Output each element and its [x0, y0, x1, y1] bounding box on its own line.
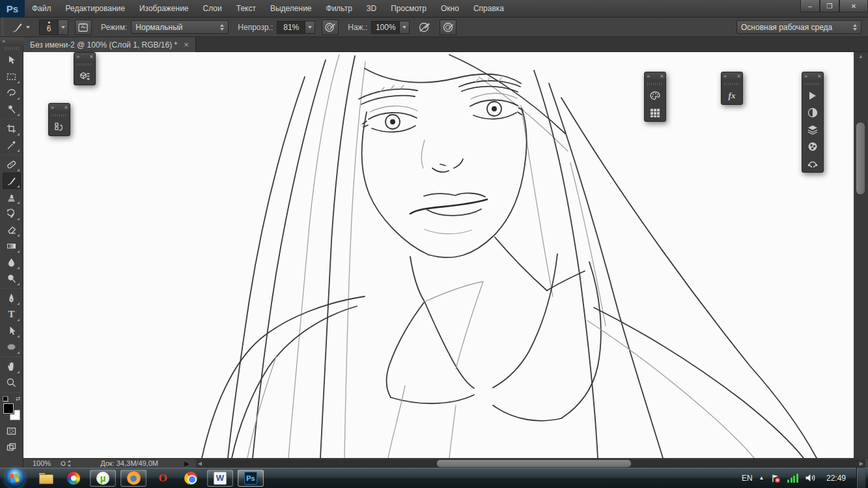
toolbar-grip[interactable]: [5, 47, 19, 50]
action-center-flag-icon[interactable]: [770, 473, 781, 483]
taskbar-utorrent-button[interactable]: µ: [90, 470, 116, 487]
color-panel-icon[interactable]: [645, 87, 665, 104]
blur-tool[interactable]: [3, 254, 21, 270]
language-indicator[interactable]: EN: [742, 474, 753, 483]
panel-expand-icon[interactable]: »: [51, 104, 54, 112]
ellipse-shape-tool[interactable]: [3, 339, 21, 355]
default-colors-icon[interactable]: [3, 396, 8, 402]
flow-dropdown[interactable]: [400, 21, 410, 34]
toolbar-collapse-icon[interactable]: »: [0, 37, 23, 46]
airbrush-button[interactable]: [440, 20, 456, 35]
menu-file[interactable]: Файл: [25, 0, 59, 18]
move-tool[interactable]: [3, 52, 21, 68]
menu-image[interactable]: Изображение: [132, 0, 196, 18]
start-button[interactable]: [5, 468, 25, 488]
panel-grip[interactable]: [724, 82, 740, 86]
close-button[interactable]: ✕: [839, 0, 868, 12]
vertical-scrollbar-thumb[interactable]: [856, 122, 865, 194]
panel-expand-icon[interactable]: »: [804, 72, 807, 81]
vertical-scrollbar[interactable]: ▲: [854, 52, 868, 458]
screen-mode-button[interactable]: [3, 439, 21, 455]
panel-close-icon[interactable]: ×: [90, 53, 93, 61]
brush-tool-preset[interactable]: [10, 21, 30, 34]
clock[interactable]: 22:49: [826, 474, 846, 483]
swap-colors-icon[interactable]: ⇄: [16, 396, 21, 402]
actions-panel-icon[interactable]: [802, 87, 823, 104]
menu-type[interactable]: Текст: [229, 0, 263, 18]
toggle-brush-panel-button[interactable]: [75, 20, 92, 35]
layers-panel-icon[interactable]: [802, 121, 823, 138]
pressure-size-button[interactable]: [416, 20, 433, 35]
panel-expand-icon[interactable]: »: [647, 72, 650, 81]
history-panel-icon[interactable]: [49, 119, 70, 136]
dodge-tool[interactable]: [3, 270, 21, 287]
taskbar-photoshop-button[interactable]: Ps: [238, 470, 264, 487]
scroll-right-icon[interactable]: ▶: [860, 459, 863, 468]
scroll-up-icon[interactable]: ▲: [854, 53, 868, 59]
marquee-tool[interactable]: [3, 68, 21, 85]
panel-grip[interactable]: [51, 113, 67, 117]
hand-tool[interactable]: [3, 358, 21, 375]
restore-button[interactable]: ❐: [820, 0, 839, 12]
show-desktop-button[interactable]: [856, 468, 865, 488]
gradient-tool[interactable]: [3, 238, 21, 254]
taskbar-opera-button[interactable]: O: [151, 470, 175, 487]
horizontal-scrollbar[interactable]: ◀ ▶: [196, 459, 865, 468]
taskbar-word-button[interactable]: W: [207, 470, 233, 487]
properties-panel-icon[interactable]: [74, 68, 95, 85]
opacity-dropdown[interactable]: [305, 21, 315, 34]
pressure-opacity-button[interactable]: [322, 20, 339, 35]
quick-mask-button[interactable]: [3, 423, 21, 439]
panel-grip[interactable]: [77, 63, 92, 66]
menu-view[interactable]: Просмотр: [384, 0, 434, 18]
menu-layers[interactable]: Слои: [196, 0, 229, 18]
eyedropper-tool[interactable]: [3, 137, 21, 153]
workspace-select[interactable]: Основная рабочая среда: [736, 20, 861, 34]
menu-3d[interactable]: 3D: [359, 0, 384, 18]
flow-combo[interactable]: 100%: [371, 21, 410, 34]
tray-expand-icon[interactable]: ▲: [759, 475, 764, 481]
lasso-tool[interactable]: [3, 85, 21, 101]
clone-stamp-tool[interactable]: [3, 189, 21, 205]
brush-size-dropdown[interactable]: [59, 20, 68, 35]
panel-expand-icon[interactable]: »: [723, 72, 727, 81]
minimize-button[interactable]: –: [800, 0, 820, 12]
mode-select[interactable]: Нормальный: [131, 20, 229, 34]
zoom-level-field[interactable]: 100%: [33, 459, 51, 467]
zoom-tool[interactable]: [3, 375, 21, 391]
menu-window[interactable]: Окно: [434, 0, 466, 18]
panel-grip[interactable]: [805, 82, 820, 86]
crop-tool[interactable]: [3, 121, 21, 137]
taskbar-media-app-button[interactable]: [62, 470, 85, 487]
menu-edit[interactable]: Редактирование: [59, 0, 132, 18]
tab-close-icon[interactable]: ×: [184, 40, 189, 49]
type-tool[interactable]: T: [3, 306, 21, 323]
panel-close-icon[interactable]: ×: [64, 104, 68, 112]
spot-healing-tool[interactable]: [3, 156, 21, 173]
status-play-icon[interactable]: ▶: [184, 460, 189, 467]
document-canvas[interactable]: [23, 52, 854, 458]
styles-panel-icon[interactable]: fx: [721, 87, 742, 104]
menu-help[interactable]: Справка: [466, 0, 511, 18]
panel-close-icon[interactable]: ×: [818, 72, 821, 81]
eraser-tool[interactable]: [3, 222, 21, 238]
taskbar-chrome-button[interactable]: [179, 470, 203, 487]
status-options-icon[interactable]: [60, 460, 74, 467]
scroll-left-icon[interactable]: ◀: [198, 459, 202, 468]
pen-tool[interactable]: [3, 290, 21, 306]
horizontal-scrollbar-thumb[interactable]: [437, 460, 631, 467]
menu-filter[interactable]: Фильтр: [319, 0, 359, 18]
magic-wand-tool[interactable]: [3, 101, 21, 117]
channels-panel-icon[interactable]: [802, 138, 823, 155]
panel-grip[interactable]: [647, 82, 663, 86]
opacity-combo[interactable]: 81%: [277, 21, 315, 34]
document-tab[interactable]: Без имени-2 @ 100% (Слой 1, RGB/16) * ×: [23, 37, 196, 52]
menu-select[interactable]: Выделение: [263, 0, 319, 18]
taskbar-firefox-button[interactable]: [120, 470, 147, 487]
brush-tool[interactable]: [3, 173, 21, 189]
adjustments-panel-icon[interactable]: [802, 104, 823, 121]
panel-close-icon[interactable]: ×: [660, 72, 664, 81]
network-signal-icon[interactable]: [787, 474, 798, 483]
volume-icon[interactable]: [805, 473, 816, 483]
paths-panel-icon[interactable]: [802, 155, 823, 172]
